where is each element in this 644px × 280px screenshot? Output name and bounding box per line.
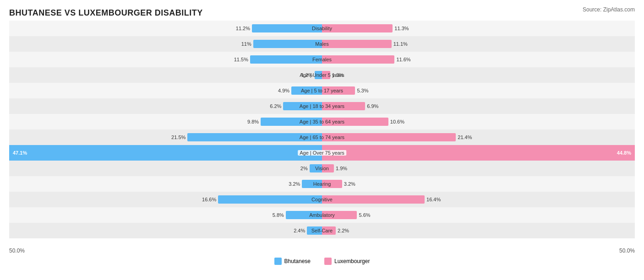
legend-luxembourger-box xyxy=(324,258,332,265)
chart-area: 11.2% Disability 11.3% 11% Males xyxy=(9,21,635,247)
chart-row: 4.9% Age | 5 to 17 years 5.3% xyxy=(9,83,635,98)
legend: Bhutanese Luxembourger xyxy=(9,258,635,265)
source-label: Source: ZipAtlas.com xyxy=(583,6,635,13)
chart-row: 2.4% Self-Care 2.2% xyxy=(9,223,635,238)
axis-right-label: 50.0% xyxy=(619,248,635,254)
chart-row: 11% Males 11.1% xyxy=(9,36,635,52)
chart-container: BHUTANESE VS LUXEMBOURGER DISABILITY Sou… xyxy=(0,0,644,280)
legend-bhutanese-box xyxy=(274,258,282,265)
chart-row: 47.1% Age | Over 75 years 44.8% xyxy=(9,145,635,161)
chart-row: 5.8% Ambulatory 5.6% xyxy=(9,207,635,223)
legend-bhutanese: Bhutanese xyxy=(274,258,311,265)
chart-row: 11.2% Disability 11.3% xyxy=(9,21,635,36)
axis-left-label: 50.0% xyxy=(9,248,25,254)
chart-row: 9.8% Age | 35 to 64 years 10.6% xyxy=(9,114,635,129)
chart-row: 3.2% Hearing 3.2% xyxy=(9,176,635,192)
chart-row: 2% Vision 1.9% xyxy=(9,161,635,176)
chart-row: 16.6% Cognitive 16.4% xyxy=(9,192,635,207)
legend-luxembourger-label: Luxembourger xyxy=(334,258,370,264)
axis-labels: 50.0% 50.0% xyxy=(9,247,635,255)
chart-row: 6.2% Age | 18 to 34 years 6.9% xyxy=(9,98,635,114)
chart-row: 11.5% Females 11.6% xyxy=(9,52,635,67)
chart-title: BHUTANESE VS LUXEMBOURGER DISABILITY xyxy=(9,8,635,18)
chart-row: 1.2% Age | Under 5 years 1.3% xyxy=(9,67,635,83)
legend-luxembourger: Luxembourger xyxy=(324,258,370,265)
chart-row: 21.5% Age | 65 to 74 years 21.4% xyxy=(9,129,635,145)
legend-bhutanese-label: Bhutanese xyxy=(284,258,311,264)
